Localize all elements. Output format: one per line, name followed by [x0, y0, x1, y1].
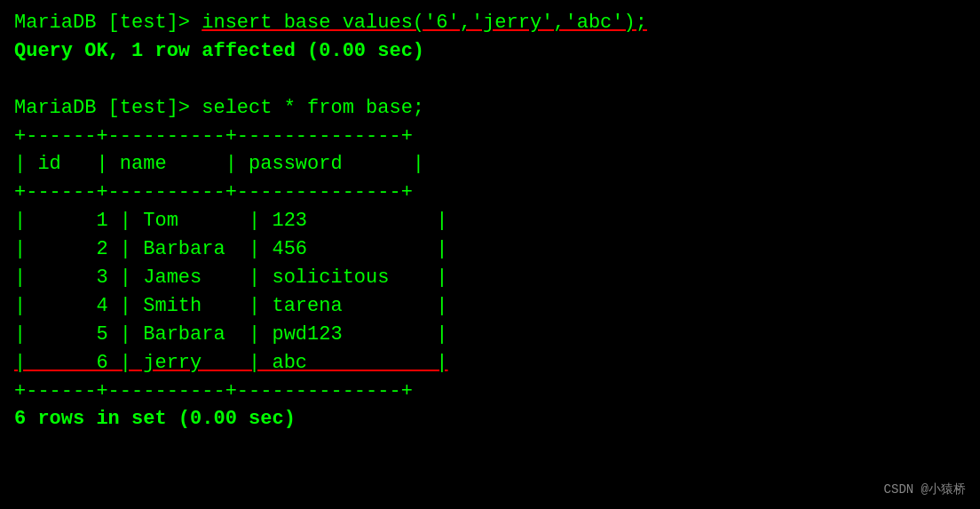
- table-border-bottom: +------+----------+--------------+: [14, 378, 966, 406]
- prompt-1: MariaDB [test]>: [14, 12, 202, 34]
- table-row: | 5 | Barbara | pwd123 |: [14, 321, 966, 349]
- insert-command-line: MariaDB [test]> insert base values('6','…: [14, 9, 966, 37]
- table-border-top: +------+----------+--------------+: [14, 123, 966, 151]
- table-row: | 2 | Barbara | 456 |: [14, 235, 966, 264]
- query-ok-line: Query OK, 1 row affected (0.00 sec): [14, 37, 966, 66]
- terminal: MariaDB [test]> insert base values('6','…: [14, 9, 966, 433]
- table-row-last: | 6 | jerry | abc |: [14, 349, 966, 378]
- blank-line-1: [14, 66, 966, 94]
- select-command-line: MariaDB [test]> select * from base;: [14, 94, 966, 123]
- prompt-2: MariaDB [test]>: [14, 97, 202, 119]
- table-header: | id | name | password |: [14, 150, 966, 179]
- select-command: select * from base;: [202, 97, 424, 119]
- table-row: | 3 | James | solicitous |: [14, 264, 966, 292]
- table-row: | 4 | Smith | tarena |: [14, 292, 966, 321]
- watermark: CSDN @小猿桥: [884, 481, 966, 498]
- table-header-separator: +------+----------+--------------+: [14, 179, 966, 207]
- table-row: | 1 | Tom | 123 |: [14, 207, 966, 235]
- insert-command: insert base values('6','jerry','abc');: [202, 12, 647, 34]
- summary-line: 6 rows in set (0.00 sec): [14, 405, 966, 433]
